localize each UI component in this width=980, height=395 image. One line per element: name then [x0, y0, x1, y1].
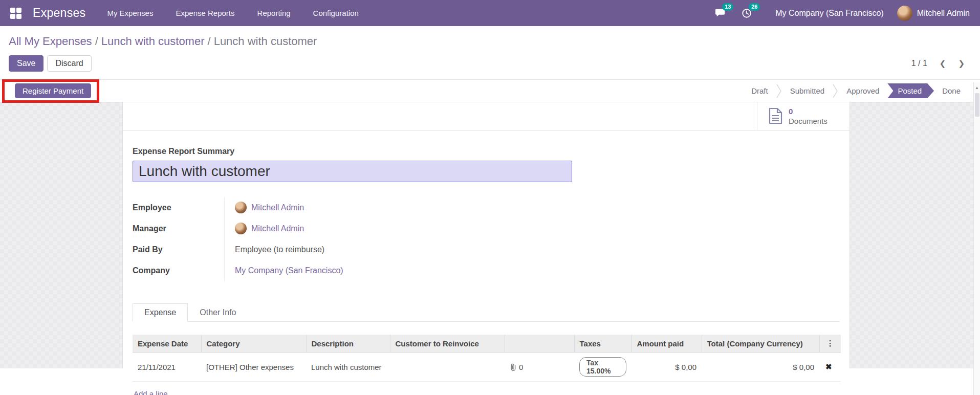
summary-field-label: Expense Report Summary — [133, 147, 840, 156]
add-a-line-link[interactable]: Add a line — [133, 386, 194, 395]
cell-delete: ✖ — [819, 353, 841, 382]
cell-attachments: 0 — [505, 353, 574, 382]
user-menu[interactable]: Mitchell Admin — [897, 6, 970, 21]
documents-stat-button[interactable]: 0 Documents — [757, 102, 850, 130]
paid-by-label: Paid By — [133, 245, 224, 254]
documents-count: 0 — [789, 106, 827, 116]
breadcrumb-current: Lunch with customer — [214, 35, 317, 48]
table-row[interactable]: 21/11/2021 [OTHER] Other expenses Lunch … — [133, 353, 841, 382]
main-menu: My Expenses Expense Reports Reporting Co… — [107, 9, 358, 17]
document-icon — [769, 107, 782, 124]
app-title: Expenses — [33, 6, 85, 20]
col-total-company-currency[interactable]: Total (Company Currency) — [702, 335, 819, 353]
col-expense-date[interactable]: Expense Date — [133, 335, 201, 353]
menu-expense-reports[interactable]: Expense Reports — [176, 9, 234, 17]
user-name: Mitchell Admin — [917, 9, 970, 18]
attachment-count: 0 — [519, 363, 523, 371]
pager: 1 / 1 ❮ ❯ — [911, 59, 965, 68]
form-action-bar: Register Payment Draft Submitted Approve… — [0, 79, 980, 102]
messages-icon[interactable]: 13 — [715, 7, 728, 19]
company-label: Company — [133, 266, 224, 275]
employee-avatar — [235, 202, 247, 213]
cell-amount-paid[interactable]: $ 0,00 — [631, 353, 702, 382]
table-header-row: Expense Date Category Description Custom… — [133, 335, 841, 353]
delete-row-icon[interactable]: ✖ — [824, 362, 832, 371]
employee-value: Mitchell Admin — [224, 197, 304, 218]
field-row-manager: Manager Mitchell Admin — [133, 218, 440, 239]
employee-link[interactable]: Mitchell Admin — [251, 203, 304, 212]
summary-input[interactable] — [133, 161, 572, 182]
col-description[interactable]: Description — [306, 335, 390, 353]
form-sheet: 0 Documents Expense Report Summary Emplo… — [122, 102, 850, 368]
scrollbar-up-icon[interactable]: ▲ — [975, 82, 979, 90]
status-separator-icon — [776, 84, 782, 98]
menu-configuration[interactable]: Configuration — [313, 9, 359, 17]
status-step-draft[interactable]: Draft — [751, 86, 768, 95]
navbar-right: 13 26 My Company (San Francisco) Mitchel… — [715, 6, 970, 21]
pager-count: 1 / 1 — [911, 59, 927, 68]
breadcrumb-separator: / — [92, 35, 101, 48]
breadcrumb: All My Expenses/Lunch with customer/Lunc… — [0, 26, 980, 48]
control-panel: Save Discard 1 / 1 ❮ ❯ — [0, 55, 980, 72]
scrollbar-thumb[interactable] — [975, 93, 979, 117]
pager-next-icon[interactable]: ❯ — [958, 59, 965, 68]
activities-icon[interactable]: 26 — [742, 7, 755, 19]
status-separator-icon — [833, 84, 838, 98]
manager-link[interactable]: Mitchell Admin — [251, 224, 304, 233]
field-row-company: Company My Company (San Francisco) — [133, 260, 440, 281]
menu-reporting[interactable]: Reporting — [257, 9, 291, 17]
company-value: My Company (San Francisco) — [224, 260, 343, 281]
apps-menu-icon[interactable] — [10, 8, 21, 19]
cell-category[interactable]: [OTHER] Other expenses — [201, 353, 306, 382]
status-step-done[interactable]: Done — [942, 86, 961, 95]
breadcrumb-separator: / — [205, 35, 214, 48]
documents-stat-text: 0 Documents — [789, 106, 827, 126]
field-row-employee: Employee Mitchell Admin — [133, 197, 440, 218]
messages-badge: 13 — [722, 3, 733, 11]
statusbar: Draft Submitted Approved Posted Done — [751, 83, 961, 98]
breadcrumb-lunch-with-customer[interactable]: Lunch with customer — [101, 35, 205, 48]
save-button[interactable]: Save — [9, 55, 43, 72]
paid-by-value: Employee (to reimburse) — [224, 239, 324, 260]
user-avatar — [897, 6, 912, 21]
cell-total[interactable]: $ 0,00 — [702, 353, 819, 382]
cell-description[interactable]: Lunch with customer — [306, 353, 390, 382]
status-step-approved[interactable]: Approved — [846, 86, 879, 95]
col-amount-paid[interactable]: Amount paid — [631, 335, 702, 353]
col-category[interactable]: Category — [201, 335, 306, 353]
col-attachments — [505, 335, 574, 353]
col-taxes[interactable]: Taxes — [574, 335, 631, 353]
cell-taxes[interactable]: Tax 15.00% — [574, 353, 631, 382]
top-navbar: Expenses My Expenses Expense Reports Rep… — [0, 0, 980, 26]
manager-avatar — [235, 223, 247, 234]
expense-lines-table: Expense Date Category Description Custom… — [133, 335, 841, 382]
field-row-paid-by: Paid By Employee (to reimburse) — [133, 239, 440, 260]
paperclip-icon — [510, 363, 516, 371]
manager-label: Manager — [133, 224, 224, 233]
tax-tag[interactable]: Tax 15.00% — [579, 357, 626, 377]
company-link[interactable]: My Company (San Francisco) — [235, 266, 343, 275]
pager-previous-icon[interactable]: ❮ — [940, 59, 946, 68]
discard-button[interactable]: Discard — [47, 55, 91, 72]
vertical-scrollbar[interactable]: ▲ — [973, 82, 980, 395]
optional-columns-icon[interactable]: ⋮ — [819, 335, 841, 353]
register-payment-button[interactable]: Register Payment — [15, 83, 91, 98]
status-step-submitted[interactable]: Submitted — [790, 86, 825, 95]
col-customer-to-reinvoice[interactable]: Customer to Reinvoice — [390, 335, 505, 353]
breadcrumb-all-my-expenses[interactable]: All My Expenses — [9, 35, 92, 48]
status-step-posted-active[interactable]: Posted — [887, 83, 934, 98]
documents-label: Documents — [789, 116, 827, 126]
tab-other-info[interactable]: Other Info — [188, 303, 248, 322]
cell-customer-to-reinvoice[interactable] — [390, 353, 505, 382]
menu-my-expenses[interactable]: My Expenses — [107, 9, 153, 17]
paid-by-text[interactable]: Employee (to reimburse) — [235, 245, 324, 254]
form-fields: Employee Mitchell Admin Manager Mitchell… — [133, 197, 440, 281]
activities-badge: 26 — [749, 3, 760, 11]
notebook-tabs: Expense Other Info — [133, 303, 840, 322]
manager-value: Mitchell Admin — [224, 218, 304, 239]
cell-expense-date[interactable]: 21/11/2021 — [133, 353, 201, 382]
tab-expense[interactable]: Expense — [133, 303, 188, 322]
company-switcher[interactable]: My Company (San Francisco) — [775, 9, 884, 18]
content-background: 0 Documents Expense Report Summary Emplo… — [0, 102, 980, 368]
employee-label: Employee — [133, 203, 224, 212]
